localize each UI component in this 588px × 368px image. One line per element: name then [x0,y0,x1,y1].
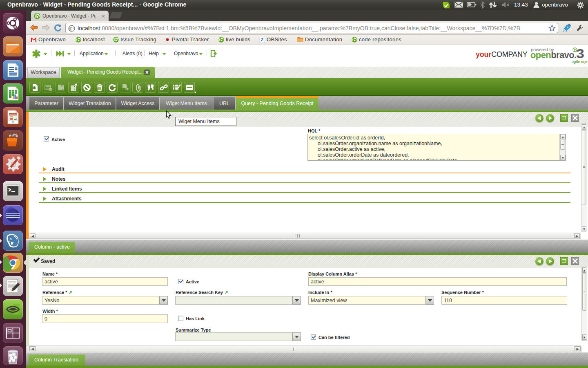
svg-text:Z: Z [261,37,263,42]
svg-text:✱: ✱ [33,85,36,90]
